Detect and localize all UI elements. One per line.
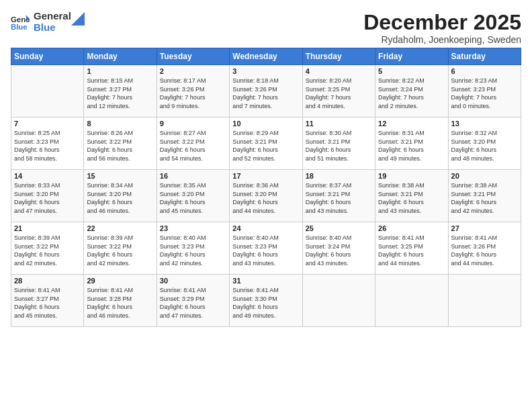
cell-content: Sunrise: 8:41 AM Sunset: 3:28 PM Dayligh… [87,286,153,320]
calendar-cell: 24Sunrise: 8:40 AM Sunset: 3:23 PM Dayli… [230,222,302,275]
calendar-week-row: 7Sunrise: 8:25 AM Sunset: 3:23 PM Daylig… [11,118,521,170]
cell-content: Sunrise: 8:37 AM Sunset: 3:21 PM Dayligh… [306,181,372,215]
cell-content: Sunrise: 8:38 AM Sunset: 3:21 PM Dayligh… [378,181,445,215]
calendar-cell: 30Sunrise: 8:41 AM Sunset: 3:29 PM Dayli… [157,275,229,327]
header-day-friday: Friday [375,48,448,65]
day-number: 28 [14,277,81,285]
svg-marker-4 [71,12,85,26]
cell-content: Sunrise: 8:18 AM Sunset: 3:26 PM Dayligh… [232,77,299,110]
calendar-cell: 13Sunrise: 8:32 AM Sunset: 3:20 PM Dayli… [448,118,521,170]
day-number: 8 [87,120,153,128]
calendar-header-row: SundayMondayTuesdayWednesdayThursdayFrid… [11,48,521,65]
month-title: December 2025 [363,11,521,34]
calendar-cell: 23Sunrise: 8:40 AM Sunset: 3:23 PM Dayli… [157,222,229,275]
calendar-cell: 4Sunrise: 8:20 AM Sunset: 3:25 PM Daylig… [302,65,375,118]
calendar-cell: 10Sunrise: 8:29 AM Sunset: 3:21 PM Dayli… [230,118,302,170]
cell-content: Sunrise: 8:30 AM Sunset: 3:21 PM Dayligh… [306,129,372,163]
calendar-cell: 5Sunrise: 8:22 AM Sunset: 3:24 PM Daylig… [375,65,448,118]
day-number: 26 [378,224,445,232]
day-number: 12 [378,120,445,128]
day-number: 6 [451,67,518,75]
cell-content: Sunrise: 8:40 AM Sunset: 3:24 PM Dayligh… [306,234,372,267]
cell-content: Sunrise: 8:33 AM Sunset: 3:20 PM Dayligh… [14,181,81,215]
day-number: 24 [232,224,299,232]
cell-content: Sunrise: 8:40 AM Sunset: 3:23 PM Dayligh… [232,234,299,267]
day-number: 2 [160,67,226,75]
day-number: 13 [451,120,518,128]
calendar-cell [375,275,448,327]
header-day-wednesday: Wednesday [230,48,302,65]
calendar-cell: 31Sunrise: 8:41 AM Sunset: 3:30 PM Dayli… [230,275,302,327]
calendar-cell: 21Sunrise: 8:39 AM Sunset: 3:22 PM Dayli… [11,222,84,275]
calendar-cell: 3Sunrise: 8:18 AM Sunset: 3:26 PM Daylig… [230,65,302,118]
cell-content: Sunrise: 8:41 AM Sunset: 3:27 PM Dayligh… [14,286,81,320]
calendar-cell: 19Sunrise: 8:38 AM Sunset: 3:21 PM Dayli… [375,170,448,222]
calendar-week-row: 21Sunrise: 8:39 AM Sunset: 3:22 PM Dayli… [11,222,521,275]
calendar-cell: 27Sunrise: 8:41 AM Sunset: 3:26 PM Dayli… [448,222,521,275]
logo-icon: General Blue [11,13,30,32]
day-number: 15 [87,172,153,180]
calendar-week-row: 28Sunrise: 8:41 AM Sunset: 3:27 PM Dayli… [11,275,521,327]
day-number: 17 [232,172,299,180]
calendar-cell: 12Sunrise: 8:31 AM Sunset: 3:21 PM Dayli… [375,118,448,170]
cell-content: Sunrise: 8:25 AM Sunset: 3:23 PM Dayligh… [14,129,81,163]
cell-content: Sunrise: 8:17 AM Sunset: 3:26 PM Dayligh… [160,77,226,110]
calendar-cell: 28Sunrise: 8:41 AM Sunset: 3:27 PM Dayli… [11,275,84,327]
day-number: 23 [160,224,226,232]
calendar-cell [11,65,84,118]
calendar-cell: 18Sunrise: 8:37 AM Sunset: 3:21 PM Dayli… [302,170,375,222]
calendar-cell: 14Sunrise: 8:33 AM Sunset: 3:20 PM Dayli… [11,170,84,222]
day-number: 14 [14,172,81,180]
day-number: 27 [451,224,518,232]
logo-triangle-icon [71,12,85,26]
calendar-cell [448,275,521,327]
calendar-week-row: 14Sunrise: 8:33 AM Sunset: 3:20 PM Dayli… [11,170,521,222]
day-number: 3 [232,67,299,75]
day-number: 1 [87,67,153,75]
header-day-tuesday: Tuesday [157,48,229,65]
day-number: 21 [14,224,81,232]
location-subtitle: Rydaholm, Joenkoeping, Sweden [363,34,521,45]
calendar-cell: 29Sunrise: 8:41 AM Sunset: 3:28 PM Dayli… [84,275,157,327]
cell-content: Sunrise: 8:22 AM Sunset: 3:24 PM Dayligh… [378,77,445,110]
day-number: 31 [232,277,299,285]
calendar-week-row: 1Sunrise: 8:15 AM Sunset: 3:27 PM Daylig… [11,65,521,118]
cell-content: Sunrise: 8:27 AM Sunset: 3:22 PM Dayligh… [160,129,226,163]
cell-content: Sunrise: 8:29 AM Sunset: 3:21 PM Dayligh… [232,129,299,163]
calendar-cell: 6Sunrise: 8:23 AM Sunset: 3:23 PM Daylig… [448,65,521,118]
day-number: 16 [160,172,226,180]
day-number: 20 [451,172,518,180]
calendar-cell: 9Sunrise: 8:27 AM Sunset: 3:22 PM Daylig… [157,118,229,170]
day-number: 19 [378,172,445,180]
cell-content: Sunrise: 8:35 AM Sunset: 3:20 PM Dayligh… [160,181,226,215]
cell-content: Sunrise: 8:41 AM Sunset: 3:26 PM Dayligh… [451,234,518,267]
cell-content: Sunrise: 8:32 AM Sunset: 3:20 PM Dayligh… [451,129,518,163]
calendar-cell: 2Sunrise: 8:17 AM Sunset: 3:26 PM Daylig… [157,65,229,118]
day-number: 5 [378,67,445,75]
svg-text:Blue: Blue [11,22,28,30]
cell-content: Sunrise: 8:38 AM Sunset: 3:21 PM Dayligh… [451,181,518,215]
calendar-cell: 16Sunrise: 8:35 AM Sunset: 3:20 PM Dayli… [157,170,229,222]
cell-content: Sunrise: 8:20 AM Sunset: 3:25 PM Dayligh… [306,77,372,110]
logo-general: General [34,11,71,22]
title-block: December 2025 Rydaholm, Joenkoeping, Swe… [363,11,521,45]
header-day-monday: Monday [84,48,157,65]
header: General Blue General Blue December 2025 … [11,11,521,45]
cell-content: Sunrise: 8:39 AM Sunset: 3:22 PM Dayligh… [14,234,81,267]
cell-content: Sunrise: 8:15 AM Sunset: 3:27 PM Dayligh… [87,77,153,110]
header-day-sunday: Sunday [11,48,84,65]
header-day-saturday: Saturday [448,48,521,65]
cell-content: Sunrise: 8:41 AM Sunset: 3:25 PM Dayligh… [378,234,445,267]
cell-content: Sunrise: 8:34 AM Sunset: 3:20 PM Dayligh… [87,181,153,215]
calendar-cell: 20Sunrise: 8:38 AM Sunset: 3:21 PM Dayli… [448,170,521,222]
cell-content: Sunrise: 8:39 AM Sunset: 3:22 PM Dayligh… [87,234,153,267]
day-number: 4 [306,67,372,75]
calendar-cell: 26Sunrise: 8:41 AM Sunset: 3:25 PM Dayli… [375,222,448,275]
cell-content: Sunrise: 8:41 AM Sunset: 3:30 PM Dayligh… [232,286,299,320]
calendar-cell: 8Sunrise: 8:26 AM Sunset: 3:22 PM Daylig… [84,118,157,170]
calendar-cell: 1Sunrise: 8:15 AM Sunset: 3:27 PM Daylig… [84,65,157,118]
calendar-cell: 7Sunrise: 8:25 AM Sunset: 3:23 PM Daylig… [11,118,84,170]
calendar-table: SundayMondayTuesdayWednesdayThursdayFrid… [11,48,521,327]
day-number: 22 [87,224,153,232]
cell-content: Sunrise: 8:31 AM Sunset: 3:21 PM Dayligh… [378,129,445,163]
